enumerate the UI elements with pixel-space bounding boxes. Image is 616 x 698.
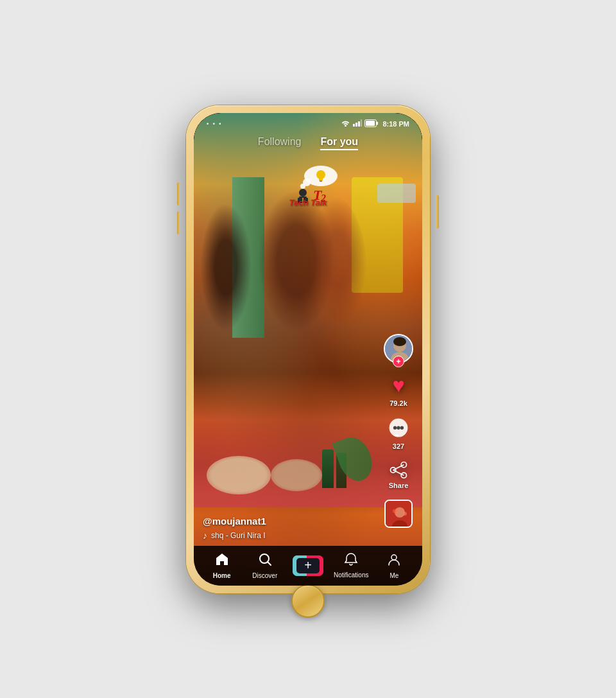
svg-point-28 xyxy=(401,462,406,467)
volume-up-button[interactable] xyxy=(177,182,180,205)
home-label: Home xyxy=(213,572,231,579)
status-bar: • • • xyxy=(194,113,422,131)
home-icon xyxy=(215,552,229,570)
svg-point-29 xyxy=(390,467,395,472)
svg-point-30 xyxy=(401,473,406,478)
notifications-label: Notifications xyxy=(334,571,368,579)
svg-point-9 xyxy=(300,184,305,189)
nav-item-discover[interactable]: Discover xyxy=(243,552,286,579)
nav-item-me[interactable]: Me xyxy=(373,552,416,579)
like-count: 79.2k xyxy=(389,399,407,407)
creator-username[interactable]: @moujannat1 xyxy=(203,516,377,527)
nav-item-create[interactable]: + xyxy=(286,555,329,576)
watermark-logo: T 2 Tech Talk xyxy=(257,164,359,208)
comment-bubble-icon xyxy=(387,417,410,441)
svg-point-37 xyxy=(403,512,407,516)
discover-label: Discover xyxy=(252,572,277,579)
battery-icon xyxy=(364,119,379,128)
share-label: Share xyxy=(389,482,409,489)
wifi-icon xyxy=(341,119,350,128)
svg-line-39 xyxy=(268,562,271,565)
home-physical-button[interactable] xyxy=(291,584,325,618)
svg-point-24 xyxy=(393,426,397,429)
creator-avatar[interactable]: + xyxy=(384,334,413,363)
status-right: 8:18 PM xyxy=(341,119,409,128)
tab-for-you[interactable]: For you xyxy=(320,136,358,150)
svg-point-25 xyxy=(397,426,400,429)
svg-point-40 xyxy=(391,555,397,560)
comment-action[interactable]: 327 xyxy=(387,417,410,450)
phone-screen: • • • xyxy=(194,113,422,586)
status-dots: • • • xyxy=(207,121,222,127)
svg-point-10 xyxy=(316,170,325,179)
music-note-icon: ♪ xyxy=(203,530,207,541)
follow-plus-button[interactable]: + xyxy=(393,356,404,367)
profile-icon xyxy=(387,552,401,570)
svg-point-34 xyxy=(395,507,405,518)
svg-rect-11 xyxy=(319,179,323,180)
music-info: ♪ shq - Guri Nira I xyxy=(203,530,377,541)
power-button[interactable] xyxy=(436,195,439,229)
watermark-icon: T 2 xyxy=(289,164,327,196)
svg-rect-1 xyxy=(355,123,357,127)
signal-bars-icon xyxy=(353,119,362,128)
phone-device: • • • xyxy=(186,105,430,593)
like-action[interactable]: ♥ 79.2k xyxy=(389,374,407,407)
time-display: 8:18 PM xyxy=(382,120,409,128)
comment-count: 327 xyxy=(393,442,404,450)
status-left: • • • xyxy=(207,121,222,127)
tab-following[interactable]: Following xyxy=(258,136,302,150)
svg-rect-5 xyxy=(366,121,375,126)
watermark-text: Tech Talk xyxy=(257,198,359,208)
video-thumbnail[interactable] xyxy=(384,500,413,528)
nav-item-notifications[interactable]: Notifications xyxy=(330,552,373,579)
music-name: shq - Guri Nira I xyxy=(211,531,266,540)
create-button[interactable]: + xyxy=(293,555,323,576)
svg-rect-0 xyxy=(353,124,355,127)
heart-icon: ♥ xyxy=(393,374,405,397)
top-navigation: Following For you xyxy=(194,131,422,155)
share-icon xyxy=(389,460,408,480)
app-screen: • • • xyxy=(194,113,422,586)
svg-rect-3 xyxy=(361,119,362,127)
svg-rect-12 xyxy=(320,180,322,182)
me-label: Me xyxy=(389,572,398,579)
notifications-icon xyxy=(344,552,358,570)
svg-marker-27 xyxy=(393,435,398,437)
svg-point-36 xyxy=(393,509,397,513)
svg-rect-6 xyxy=(377,121,378,125)
discover-search-icon xyxy=(258,552,272,570)
svg-point-26 xyxy=(400,426,404,429)
svg-point-13 xyxy=(299,189,307,196)
svg-point-22 xyxy=(393,337,406,346)
right-action-panel: + ♥ 79.2k xyxy=(384,334,413,528)
volume-down-button[interactable] xyxy=(177,211,180,234)
bottom-navigation: Home Discover xyxy=(194,546,422,586)
nav-item-home[interactable]: Home xyxy=(200,552,243,579)
svg-rect-2 xyxy=(358,121,360,127)
video-info-panel: @moujannat1 ♪ shq - Guri Nira I xyxy=(203,516,377,541)
share-action[interactable]: Share xyxy=(389,460,409,489)
